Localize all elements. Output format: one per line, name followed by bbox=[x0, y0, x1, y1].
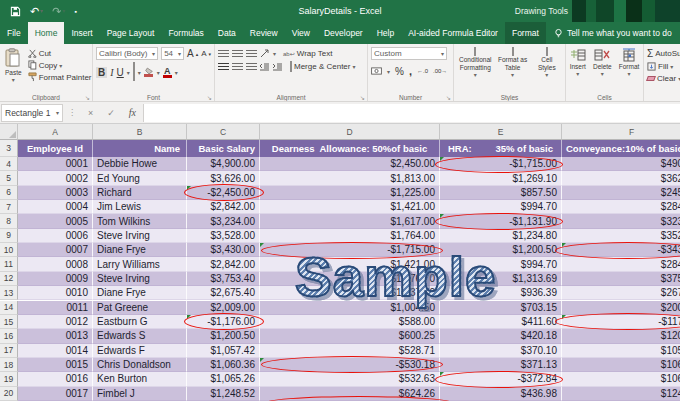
font-dialog-launcher[interactable]: ↘ bbox=[207, 94, 212, 101]
cell-name[interactable]: Eastburn G bbox=[93, 315, 187, 329]
cell-da[interactable]: $624.26 bbox=[260, 387, 440, 401]
cell-conv[interactable]: -$343.00 bbox=[562, 243, 680, 257]
save-icon[interactable] bbox=[10, 6, 21, 17]
paste-button[interactable]: Paste ▾ bbox=[3, 47, 24, 85]
cell-da[interactable]: $600.25 bbox=[260, 329, 440, 343]
row-number[interactable]: 11 bbox=[0, 257, 18, 271]
cell-id[interactable]: 0004 bbox=[18, 200, 93, 214]
row-number[interactable]: 15 bbox=[0, 315, 18, 329]
enter-entry-button[interactable]: ✓ bbox=[100, 108, 122, 118]
cell-name[interactable]: Tom Wilkins bbox=[93, 214, 187, 228]
cell-id[interactable]: 0015 bbox=[18, 358, 93, 372]
cell-name[interactable]: Ed Young bbox=[93, 171, 187, 185]
cell-basic[interactable]: $3,626.00 bbox=[187, 171, 260, 185]
cell-conv[interactable]: $200.90 bbox=[562, 301, 680, 315]
cell-basic[interactable]: $1,060.36 bbox=[187, 358, 260, 372]
cell-id[interactable]: 0005 bbox=[18, 214, 93, 228]
tab-home[interactable]: Home bbox=[28, 22, 65, 44]
cell-id[interactable]: 0003 bbox=[18, 186, 93, 200]
cell-id[interactable]: 0014 bbox=[18, 344, 93, 358]
font-color-button[interactable]: A bbox=[163, 67, 172, 78]
cell-da[interactable]: $1,421.00 bbox=[260, 200, 440, 214]
row-number[interactable]: 9 bbox=[0, 229, 18, 243]
cell-basic[interactable]: $4,900.00 bbox=[187, 157, 260, 171]
number-dialog-launcher[interactable]: ↘ bbox=[446, 94, 451, 101]
cell-name[interactable]: Larry Williams bbox=[93, 257, 187, 271]
decrease-indent-icon[interactable] bbox=[260, 63, 270, 71]
font-size-select[interactable]: 54▾ bbox=[161, 47, 184, 60]
header-basic-salary[interactable]: Basic Salary bbox=[187, 140, 260, 157]
header-conveyance[interactable]: Conveyance:10% of basic bbox=[562, 140, 680, 157]
tab-developer[interactable]: Developer bbox=[317, 22, 370, 44]
header-hra[interactable]: HRA: 35% of basic bbox=[440, 140, 562, 157]
row-number[interactable]: 10 bbox=[0, 243, 18, 257]
column-header-F[interactable]: F bbox=[562, 124, 680, 140]
cell-hra[interactable]: $1,269.10 bbox=[440, 171, 562, 185]
cell-conv[interactable]: $375.34 bbox=[562, 272, 680, 286]
alignment-dialog-launcher[interactable]: ↘ bbox=[360, 94, 365, 101]
cell-da[interactable]: $1,617.00 bbox=[260, 214, 440, 228]
cell-conv[interactable]: $284.20 bbox=[562, 257, 680, 271]
comma-style-icon[interactable]: , bbox=[409, 65, 412, 77]
cell-basic[interactable]: $3,234.00 bbox=[187, 214, 260, 228]
row-number[interactable]: 20 bbox=[0, 387, 18, 401]
row-number[interactable]: 5 bbox=[0, 171, 18, 185]
cell-name[interactable]: Debbie Howe bbox=[93, 157, 187, 171]
fill-button[interactable]: Fill▾ bbox=[647, 62, 680, 71]
cell-id[interactable]: 0017 bbox=[18, 387, 93, 401]
header-name[interactable]: Name bbox=[93, 140, 187, 157]
header-dearness-allowance[interactable]: Dearness Allowance: 50%of basic bbox=[260, 140, 440, 157]
italic-button[interactable]: I bbox=[110, 67, 113, 78]
cell-basic[interactable]: $1,065.26 bbox=[187, 372, 260, 386]
cell-da[interactable]: $2,450.00 bbox=[260, 157, 440, 171]
cell-da[interactable]: -$530.18 bbox=[260, 358, 440, 372]
cell-conv[interactable]: $362.60 bbox=[562, 171, 680, 185]
clear-button[interactable]: Clear▾ bbox=[647, 74, 680, 83]
cell-name[interactable]: Fimbel J bbox=[93, 387, 187, 401]
cell-conv[interactable]: $284.20 bbox=[562, 200, 680, 214]
cell-id[interactable]: 0006 bbox=[18, 229, 93, 243]
align-left-icon[interactable] bbox=[218, 63, 229, 71]
number-format-select[interactable]: Custom▾ bbox=[371, 47, 447, 60]
tab-ai-formula-editor[interactable]: AI-aided Formula Editor bbox=[401, 22, 505, 44]
cell-hra[interactable]: $371.13 bbox=[440, 358, 562, 372]
cell-conv[interactable]: $120.05 bbox=[562, 329, 680, 343]
cell-name[interactable]: Pat Greene bbox=[93, 301, 187, 315]
cell-conv[interactable]: $352.80 bbox=[562, 229, 680, 243]
cell-name[interactable]: Ken Burton bbox=[93, 372, 187, 386]
cell-basic[interactable]: $1,200.50 bbox=[187, 329, 260, 343]
cell-id[interactable]: 0002 bbox=[18, 171, 93, 185]
undo-button[interactable]: ↶▾ bbox=[30, 6, 43, 17]
align-bottom-icon[interactable] bbox=[246, 50, 257, 58]
align-middle-icon[interactable] bbox=[232, 50, 243, 58]
cut-button[interactable]: Cut bbox=[28, 49, 92, 58]
cell-id[interactable]: 0013 bbox=[18, 329, 93, 343]
cell-basic[interactable]: $2,842.00 bbox=[187, 200, 260, 214]
cell-conv[interactable]: $267.54 bbox=[562, 286, 680, 300]
autosum-button[interactable]: ΣAutoSum▾ bbox=[647, 48, 680, 59]
cell-hra[interactable]: -$1,131.90 bbox=[440, 214, 562, 228]
cell-hra[interactable]: $370.10 bbox=[440, 344, 562, 358]
row-number[interactable]: 8 bbox=[0, 214, 18, 228]
cell-name[interactable]: Richard bbox=[93, 186, 187, 200]
cell-conv[interactable]: $124.85 bbox=[562, 387, 680, 401]
orientation-button[interactable] bbox=[260, 49, 270, 58]
cell-name[interactable]: Jim Lewis bbox=[93, 200, 187, 214]
column-header-A[interactable]: A bbox=[18, 124, 93, 140]
decrease-decimal-icon[interactable]: .00→ bbox=[433, 68, 447, 74]
cell-hra[interactable]: $994.70 bbox=[440, 200, 562, 214]
borders-icon[interactable] bbox=[133, 63, 135, 81]
column-header-B[interactable]: B bbox=[93, 124, 187, 140]
cancel-entry-button[interactable]: × bbox=[81, 108, 100, 118]
bold-button[interactable]: B bbox=[96, 67, 107, 78]
tab-help[interactable]: Help bbox=[370, 22, 401, 44]
cell-conv[interactable]: $490.00 bbox=[562, 157, 680, 171]
shrink-font-button[interactable]: A▾ bbox=[201, 49, 211, 58]
row-number[interactable]: 14 bbox=[0, 301, 18, 315]
cell-hra[interactable]: $857.50 bbox=[440, 186, 562, 200]
cell-basic[interactable]: $3,528.00 bbox=[187, 229, 260, 243]
cell-da[interactable]: $1,813.00 bbox=[260, 171, 440, 185]
cell-name[interactable]: Steve Irving bbox=[93, 229, 187, 243]
conditional-formatting-button[interactable]: Conditional Formatting▾ bbox=[457, 47, 494, 89]
grow-font-button[interactable]: A▴ bbox=[187, 48, 198, 59]
